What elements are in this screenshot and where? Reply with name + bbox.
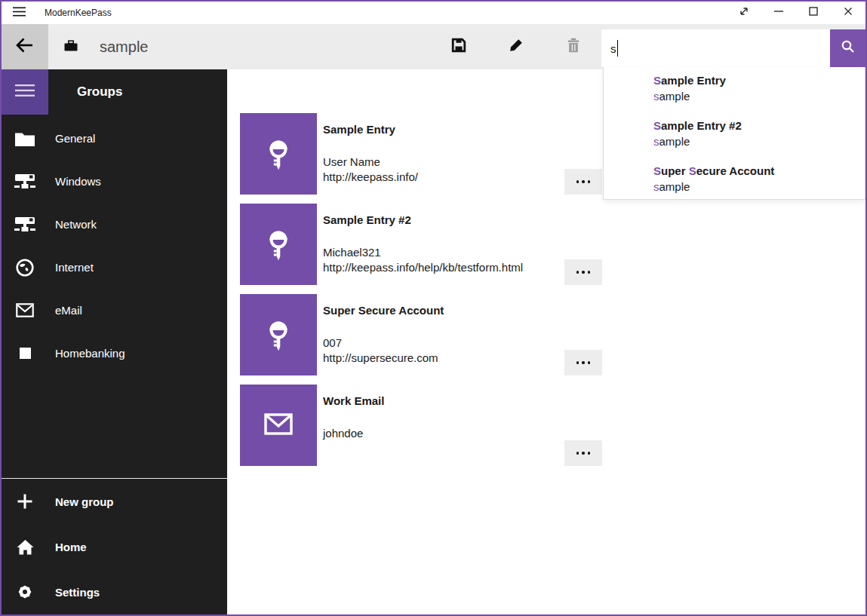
entry-tile — [240, 204, 317, 285]
save-button[interactable] — [441, 24, 477, 69]
search-input[interactable]: s — [601, 29, 830, 67]
entry-row-sample-entry[interactable]: Sample Entry User Name http://keepass.in… — [240, 113, 602, 195]
suggestion-title: Sample Entry — [653, 73, 865, 87]
ellipsis-icon — [576, 271, 580, 274]
entry-more-button[interactable] — [564, 259, 602, 285]
home-icon — [2, 539, 48, 555]
mail-icon — [2, 303, 48, 317]
maximize-button[interactable] — [796, 2, 831, 24]
suggestion-sample-entry-2[interactable]: Sample Entry #2 sample — [653, 118, 865, 164]
entry-text: Sample Entry User Name http://keepass.in… — [323, 113, 418, 195]
close-button[interactable] — [831, 2, 865, 24]
globe-icon — [2, 259, 48, 277]
window-controls — [727, 2, 865, 24]
suggestion-title: Sample Entry #2 — [653, 118, 865, 133]
group-list: General Windows Network — [2, 117, 227, 375]
entry-text: Sample Entry #2 Michael321 http://keepas… — [323, 204, 523, 285]
entry-username: Michael321 — [323, 245, 523, 260]
sidebar-title: Groups — [77, 84, 122, 100]
app-window: ModernKeePass — [0, 0, 867, 616]
database-title: sample — [100, 38, 148, 56]
entry-tile — [240, 294, 317, 375]
sidebar-item-label: Home — [55, 541, 87, 553]
sidebar-item-network[interactable]: Network — [2, 203, 227, 246]
suggestion-subtitle: sample — [653, 179, 865, 194]
fullscreen-button[interactable] — [727, 2, 761, 24]
suggestion-subtitle: sample — [653, 134, 865, 149]
key-icon — [260, 225, 297, 264]
search-button[interactable] — [830, 29, 865, 67]
network-icon — [2, 216, 48, 233]
save-icon — [451, 38, 466, 56]
close-icon — [841, 4, 856, 22]
folder-icon — [2, 130, 48, 147]
entry-more-button[interactable] — [564, 350, 602, 375]
ellipsis-icon — [576, 180, 580, 183]
settings-button[interactable]: Settings — [2, 569, 227, 614]
entry-tile — [240, 113, 317, 195]
suggestion-subtitle: sample — [653, 89, 865, 103]
sidebar-item-label: Settings — [55, 586, 100, 599]
search-box: s — [601, 29, 865, 67]
ellipsis-icon — [576, 452, 580, 455]
delete-button[interactable] — [555, 24, 592, 69]
maximize-icon — [806, 4, 821, 22]
titlebar-menu-button[interactable] — [2, 2, 36, 24]
sidebar-item-label: Internet — [55, 261, 94, 274]
entry-title: Sample Entry — [323, 122, 418, 136]
app-title: ModernKeePass — [45, 8, 112, 18]
sidebar-item-label: General — [55, 132, 95, 145]
entry-text: Work Email johndoe — [323, 385, 384, 466]
key-icon — [260, 315, 297, 354]
edit-button[interactable] — [498, 24, 534, 69]
suggestion-sample-entry[interactable]: Sample Entry sample — [653, 73, 865, 118]
minimize-button[interactable] — [761, 2, 796, 24]
hamburger-icon — [13, 6, 26, 20]
entry-more-button[interactable] — [564, 169, 602, 195]
new-group-button[interactable]: New group — [2, 479, 227, 524]
search-suggestions: Sample Entry sample Sample Entry #2 samp… — [603, 67, 865, 200]
home-button[interactable]: Home — [2, 524, 227, 569]
entry-title: Work Email — [323, 394, 384, 408]
entry-row-work-email[interactable]: Work Email johndoe — [240, 385, 602, 466]
hamburger-icon — [15, 84, 35, 100]
back-button[interactable] — [2, 24, 48, 69]
titlebar: ModernKeePass — [2, 2, 865, 24]
minimize-icon — [771, 4, 786, 22]
sidebar-item-windows[interactable]: Windows — [2, 160, 227, 203]
database-title-group: sample — [64, 24, 148, 69]
search-icon — [841, 39, 856, 57]
entry-username: johndoe — [323, 426, 384, 441]
entry-url: http://keepass.info/ — [323, 170, 418, 185]
gear-icon — [2, 584, 48, 600]
sidebar-item-label: Windows — [55, 175, 101, 188]
entry-more-button[interactable] — [564, 440, 602, 466]
sidebar: Groups General Windows — [2, 69, 227, 614]
sidebar-header: Groups — [2, 69, 227, 115]
back-arrow-icon — [14, 36, 35, 57]
square-icon — [2, 348, 48, 359]
sidebar-item-label: eMail — [55, 304, 82, 317]
sidebar-item-internet[interactable]: Internet — [2, 246, 227, 289]
search-input-value: s — [610, 42, 616, 55]
sidebar-item-general[interactable]: General — [2, 117, 227, 160]
suggestion-title: Super Secure Account — [653, 164, 865, 178]
text-caret — [617, 40, 618, 57]
entry-title: Super Secure Account — [323, 303, 444, 317]
entry-title: Sample Entry #2 — [323, 213, 523, 227]
entry-row-sample-entry-2[interactable]: Sample Entry #2 Michael321 http://keepas… — [240, 204, 602, 285]
toolbar — [441, 24, 592, 69]
entry-url: http://keepass.info/help/kb/testform.htm… — [323, 260, 523, 275]
sidebar-item-email[interactable]: eMail — [2, 289, 227, 332]
key-icon — [260, 134, 297, 173]
entry-row-super-secure-account[interactable]: Super Secure Account 007 http://supersec… — [240, 294, 602, 375]
sidebar-spacer — [2, 375, 227, 478]
fullscreen-icon — [736, 4, 752, 22]
command-bar: sample s — [2, 24, 865, 69]
sidebar-item-homebanking[interactable]: Homebanking — [2, 332, 227, 375]
pane-toggle-button[interactable] — [2, 69, 48, 115]
entry-url: http://supersecure.com — [323, 351, 444, 366]
suggestion-super-secure-account[interactable]: Super Secure Account sample — [653, 164, 865, 200]
entry-username: 007 — [323, 336, 444, 351]
sidebar-actions: New group Home Settings — [2, 479, 227, 614]
